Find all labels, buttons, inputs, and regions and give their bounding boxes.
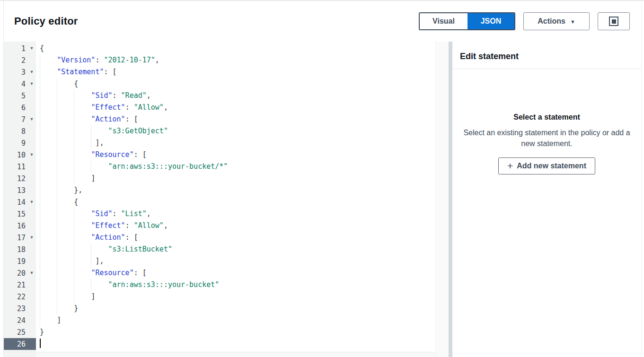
view-toggle: Visual JSON — [419, 12, 515, 30]
indent-guide — [40, 113, 40, 125]
code-line[interactable]: 15 "Sid": "List", — [4, 208, 435, 220]
indent-guide — [91, 125, 91, 137]
line-number: 6 — [4, 104, 27, 112]
indent-guide — [74, 267, 74, 279]
code-line[interactable]: 8 "s3:GetObject" — [4, 125, 435, 137]
indent-guide — [40, 220, 40, 232]
json-string: "2012-10-17" — [104, 56, 155, 64]
fold-arrow-icon[interactable]: ▼ — [27, 78, 36, 90]
indent-guide — [74, 137, 74, 149]
indent-guide — [74, 102, 74, 113]
indent-guide — [74, 244, 74, 255]
json-punctuation: : [ — [134, 150, 147, 159]
code-line[interactable]: 26 — [4, 338, 435, 350]
code-line[interactable]: 3▼ "Statement": [ — [4, 66, 435, 78]
code-line-content: ] — [36, 173, 435, 184]
code-line-content: "arn:aws:s3:::your-bucket/*" — [36, 161, 435, 173]
indent-guide — [91, 279, 91, 291]
code-line[interactable]: 5 "Sid": "Read", — [4, 90, 435, 102]
code-line[interactable]: 22 ] — [4, 291, 435, 303]
split-panel-divider[interactable] — [449, 42, 452, 357]
fold-arrow-icon[interactable]: ▼ — [27, 232, 36, 244]
fold-arrow-icon[interactable]: ▼ — [27, 196, 36, 208]
json-string: "List" — [121, 209, 147, 218]
code-line[interactable]: 25} — [4, 326, 435, 338]
code-line[interactable]: 12 ] — [4, 173, 435, 184]
code-line[interactable]: 24 ] — [4, 314, 435, 326]
code-line-content: "arn:aws:s3:::your-bucket" — [36, 279, 435, 291]
code-line[interactable]: 19 ], — [4, 255, 435, 267]
indent-guide — [40, 184, 40, 196]
json-punctuation: : [ — [125, 233, 138, 242]
gutter-cell: 21 — [4, 279, 36, 291]
horizontal-scrollbar[interactable] — [36, 352, 435, 357]
indent-guide — [74, 113, 74, 125]
code-line-content: ], — [36, 137, 435, 149]
indent-guide — [40, 149, 40, 161]
page-title: Policy editor — [14, 15, 78, 27]
code-text: ], — [40, 257, 104, 265]
code-text: "arn:aws:s3:::your-bucket" — [40, 280, 219, 289]
add-new-statement-button[interactable]: + Add new statement — [498, 157, 595, 174]
code-line[interactable]: 21 "arn:aws:s3:::your-bucket" — [4, 279, 435, 291]
code-line[interactable]: 2 "Version": "2012-10-17", — [4, 54, 435, 66]
code-line[interactable]: 10▼ "Resource": [ — [4, 149, 435, 161]
code-text: { — [40, 44, 44, 52]
json-punctuation: { — [40, 44, 44, 52]
visual-tab-button[interactable]: Visual — [420, 13, 468, 29]
header-controls: Visual JSON Actions ▼ — [419, 12, 630, 30]
json-punctuation: : [ — [104, 68, 116, 76]
code-line[interactable]: 11 "arn:aws:s3:::your-bucket/*" — [4, 161, 435, 173]
code-text: } — [40, 328, 44, 336]
fold-arrow-icon[interactable]: ▼ — [27, 267, 36, 279]
code-line[interactable]: 1▼{ — [4, 43, 435, 54]
fold-arrow-icon[interactable]: ▼ — [27, 43, 36, 54]
actions-button[interactable]: Actions ▼ — [523, 12, 590, 30]
code-line[interactable]: 6 "Effect": "Allow", — [4, 102, 435, 113]
code-line-content: "Statement": [ — [36, 66, 435, 78]
code-line[interactable]: 23 } — [4, 303, 435, 314]
panel-layout-button[interactable] — [598, 12, 630, 30]
json-tab-button[interactable]: JSON — [468, 13, 514, 29]
indent-guide — [40, 196, 40, 208]
code-line-content: "Resource": [ — [36, 149, 435, 161]
indent-guide — [40, 78, 40, 90]
code-text: "Effect": "Allow", — [40, 103, 168, 112]
json-string: "arn:aws:s3:::your-bucket/*" — [108, 162, 228, 171]
code-text: }, — [40, 186, 82, 194]
indent-guide — [57, 161, 57, 173]
code-line[interactable]: 7▼ "Action": [ — [4, 113, 435, 125]
line-number: 24 — [4, 316, 27, 325]
json-key: "Action" — [91, 233, 125, 242]
code-lines: 1▼{2 "Version": "2012-10-17",3▼ "Stateme… — [4, 42, 435, 350]
code-line[interactable]: 16 "Effect": "Allow", — [4, 220, 435, 232]
indent-guide — [74, 279, 74, 291]
code-line-content: "s3:GetObject" — [36, 125, 435, 137]
indent-guide — [40, 291, 40, 303]
line-number: 22 — [4, 293, 27, 301]
code-text: ] — [40, 174, 95, 183]
caret-down-icon: ▼ — [570, 19, 575, 25]
empty-state: Select a statement Select an existing st… — [452, 113, 641, 174]
code-line[interactable]: 20▼ "Resource": [ — [4, 267, 435, 279]
json-punctuation: }, — [74, 186, 82, 194]
fold-arrow-icon[interactable]: ▼ — [27, 149, 36, 161]
fold-arrow-icon[interactable]: ▼ — [27, 113, 36, 125]
code-text: "Version": "2012-10-17", — [40, 56, 159, 64]
indent-guide — [40, 90, 40, 102]
code-line[interactable]: 4▼ { — [4, 78, 435, 90]
json-code-editor[interactable]: 1▼{2 "Version": "2012-10-17",3▼ "Stateme… — [4, 42, 435, 357]
code-line[interactable]: 14▼ { — [4, 196, 435, 208]
code-line-content: "Action": [ — [36, 113, 435, 125]
code-line-content: ] — [36, 314, 435, 326]
indent-guide — [40, 232, 40, 244]
json-string: "Allow" — [134, 221, 164, 230]
code-line[interactable]: 18 "s3:ListBucket" — [4, 244, 435, 255]
code-line[interactable]: 17▼ "Action": [ — [4, 232, 435, 244]
code-line[interactable]: 9 ], — [4, 137, 435, 149]
json-punctuation: : — [95, 56, 104, 64]
fold-arrow-icon[interactable]: ▼ — [27, 66, 36, 78]
gutter-cell: 6 — [4, 102, 36, 113]
vertical-scrollbar[interactable] — [435, 42, 449, 357]
code-line[interactable]: 13 }, — [4, 184, 435, 196]
